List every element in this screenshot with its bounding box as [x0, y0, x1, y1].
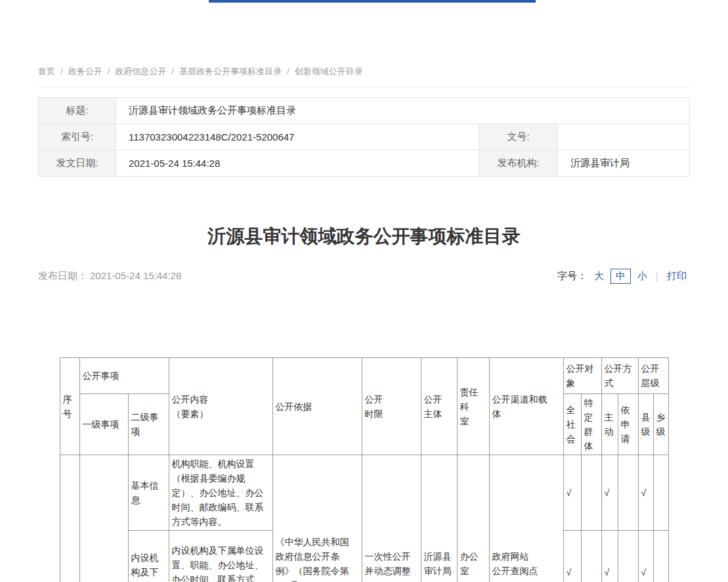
- separator: |: [656, 271, 658, 282]
- breadcrumb-link-zhengwu[interactable]: 政务公开: [68, 66, 102, 76]
- breadcrumb-link-home[interactable]: 首页: [38, 66, 55, 76]
- header-xianji: 县 级: [638, 394, 653, 455]
- cell-xuhao: [60, 455, 79, 582]
- cell-erji-row0: 基本信 息: [128, 455, 169, 531]
- cell-keshi: 办公室: [457, 455, 489, 582]
- meta-pubdate-value: 2021-05-24 15:44:28: [116, 150, 479, 177]
- cell-check-xianji-row1: √: [638, 531, 653, 582]
- cell-yiji: [79, 455, 128, 582]
- publish-date-value: 2021-05-24 15:44:28: [90, 270, 181, 281]
- cell-neirong-row1: 内设机构及下属单位设置、职能、办公地址、办公时间、联系方式、负责人姓名: [169, 531, 272, 582]
- catalog-table: 序 号 公开事项 公开内容 （要素） 公开依据 公开 时限 公开 主体 责任科 …: [60, 357, 669, 582]
- cell-neirong-row0: 机构职能、机构设置（根据县委编办规定）、办公地址、办公时间、邮政编码、联系方式等…: [169, 455, 272, 531]
- cell-zhuti: 沂源县 审计局: [421, 455, 457, 582]
- cell-check-yishenqing-row1: [618, 531, 638, 582]
- breadcrumb-separator: /: [108, 66, 110, 76]
- font-size-controls: 字号： 大 中 小 | 打印: [557, 269, 690, 284]
- cell-check-quanshehui-row1: √: [563, 531, 581, 582]
- header-erji: 二级事 项: [128, 394, 169, 455]
- breadcrumb-link-chuangxin-lingyu[interactable]: 创新领域公开目录: [295, 66, 363, 76]
- font-size-label: 字号：: [557, 270, 587, 282]
- cell-check-xianji-row0: √: [638, 455, 653, 531]
- header-cengji: 公开 层级: [638, 358, 668, 394]
- meta-docno-value: [558, 124, 690, 150]
- header-yiji: 一级事项: [79, 394, 128, 455]
- page-container: 首页/政务公开/政府信息公开/基层政务公开事项标准目录/创新领域公开目录 标题:…: [38, 0, 690, 582]
- breadcrumb-link-biaozhun-mulu[interactable]: 基层政务公开事项标准目录: [179, 66, 282, 76]
- cell-check-zhudong-row0: √: [601, 455, 618, 531]
- header-xiangji: 乡 级: [653, 394, 668, 455]
- cell-check-teding-row0: [581, 455, 601, 531]
- print-button[interactable]: 打印: [667, 270, 687, 282]
- cell-yiju: 《中华人民共和国 政府信息公开条 例》（国务院令第 711号）: [272, 455, 362, 582]
- font-size-small-button[interactable]: 小: [637, 270, 647, 282]
- meta-docno-label: 文号:: [479, 124, 558, 150]
- meta-pubdate-label: 发文日期:: [39, 150, 116, 177]
- header-neirong: 公开内容 （要素）: [169, 358, 272, 455]
- document-meta-table: 标题: 沂源县审计领域政务公开事项标准目录 索引号: 1137032300422…: [38, 97, 690, 177]
- header-zhuti: 公开 主体: [421, 358, 457, 455]
- meta-agency-value: 沂源县审计局: [558, 150, 690, 177]
- publish-date: 发布日期：2021-05-24 15:44:28: [38, 270, 181, 282]
- cell-check-teding-row1: [581, 531, 601, 582]
- header-teding: 特 定 群 体: [581, 394, 601, 455]
- font-size-medium-button[interactable]: 中: [610, 269, 631, 284]
- top-nav-bar-edge: [209, 0, 536, 3]
- header-gongkai-shixiang: 公开事项: [79, 358, 169, 394]
- header-keshi: 责任科 室: [457, 358, 489, 455]
- publish-row: 发布日期：2021-05-24 15:44:28 字号： 大 中 小 | 打印: [38, 269, 690, 284]
- header-duixiang: 公开对 象: [563, 358, 601, 394]
- meta-title-value: 沂源县审计领域政务公开事项标准目录: [116, 98, 690, 124]
- breadcrumb: 首页/政务公开/政府信息公开/基层政务公开事项标准目录/创新领域公开目录: [38, 66, 690, 87]
- cell-check-yishenqing-row0: [618, 455, 638, 531]
- header-yiju: 公开依据: [272, 358, 362, 455]
- cell-check-quanshehui-row0: √: [563, 455, 581, 531]
- breadcrumb-separator: /: [287, 66, 289, 76]
- cell-check-zhudong-row1: √: [601, 531, 618, 582]
- cell-erji-row1: 内设机 构及下 属事业: [128, 531, 169, 582]
- header-qudao: 公开渠道和载 体: [489, 358, 563, 455]
- cell-check-xiangji-row0: [653, 455, 668, 531]
- header-shixian: 公开 时限: [362, 358, 421, 455]
- header-fangshi: 公开方式: [601, 358, 638, 394]
- header-xuhao: 序 号: [60, 358, 79, 455]
- font-size-large-button[interactable]: 大: [594, 270, 604, 282]
- meta-index-value: 11370323004223148C/2021-5200647: [116, 124, 479, 150]
- header-zhudong: 主 动: [601, 394, 618, 455]
- cell-check-xiangji-row1: [653, 531, 668, 582]
- header-quanshehui: 全 社 会: [563, 394, 581, 455]
- page-title: 沂源县审计领域政务公开事项标准目录: [38, 224, 690, 249]
- breadcrumb-separator: /: [60, 66, 63, 76]
- catalog-table-wrap: 序 号 公开事项 公开内容 （要素） 公开依据 公开 时限 公开 主体 责任科 …: [38, 357, 690, 582]
- meta-agency-label: 发布机构:: [479, 150, 558, 177]
- meta-title-label: 标题:: [39, 98, 116, 124]
- cell-shixian: 一次性公开 并动态调整: [362, 455, 421, 582]
- breadcrumb-separator: /: [171, 66, 174, 76]
- breadcrumb-link-xinxi-gongkai[interactable]: 政府信息公开: [115, 66, 166, 76]
- publish-date-label: 发布日期：: [38, 270, 87, 281]
- header-yishenqing: 依申 请: [618, 394, 638, 455]
- cell-qudao: 政府网站 公开查阅点: [489, 455, 563, 582]
- meta-index-label: 索引号:: [39, 124, 116, 150]
